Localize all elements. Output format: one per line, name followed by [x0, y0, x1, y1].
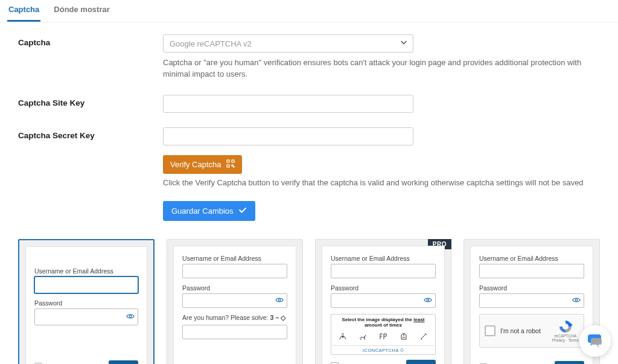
svg-rect-0 — [227, 160, 229, 162]
math-captcha-question: Are you human? Please solve: 3 − ◇ — [182, 314, 287, 321]
icon-captcha-brand: ICONCAPTCHA © — [333, 345, 434, 353]
icon-captcha-title: Select the image displayed the least amo… — [333, 317, 434, 328]
captcha-icon[interactable] — [378, 331, 388, 343]
eye-icon[interactable] — [424, 296, 432, 306]
username-input[interactable] — [331, 264, 436, 278]
verify-help-text: Click the Verify Captcha button to verif… — [163, 177, 591, 189]
recaptcha-text: I'm not a robot — [500, 327, 541, 334]
password-label: Password — [479, 284, 584, 292]
eye-icon[interactable] — [126, 312, 135, 322]
eye-icon[interactable] — [275, 296, 284, 306]
tab-donde-mostrar[interactable]: Dónde mostrar — [53, 0, 110, 22]
captcha-preview-cards: Username or Email Address Password Remem… — [18, 239, 600, 364]
login-button[interactable]: Log In — [555, 361, 584, 364]
tabs: Captcha Dónde mostrar — [0, 0, 618, 22]
verify-captcha-button[interactable]: Verify Captcha — [163, 155, 242, 174]
icon-captcha-choices[interactable] — [333, 330, 434, 345]
svg-point-5 — [129, 315, 132, 318]
login-button[interactable]: Log In — [406, 360, 436, 364]
svg-rect-2 — [227, 165, 229, 167]
eye-icon[interactable] — [572, 296, 581, 306]
settings-form: Captcha Google reCAPTCHA v2 Captcha or "… — [0, 22, 618, 227]
svg-rect-4 — [233, 166, 234, 167]
recaptcha-legal: Privacy · Terms — [552, 338, 579, 342]
password-input[interactable] — [182, 293, 287, 308]
password-input[interactable] — [331, 293, 436, 308]
save-changes-button[interactable]: Guardar Cambios — [163, 201, 255, 221]
password-input[interactable] — [479, 293, 584, 308]
username-input[interactable] — [479, 264, 584, 278]
username-label: Username or Email Address — [479, 255, 584, 262]
captcha-icon[interactable] — [419, 331, 428, 343]
captcha-icon[interactable] — [399, 331, 409, 343]
username-input[interactable] — [182, 264, 287, 278]
username-label: Username or Email Address — [331, 255, 436, 262]
label-site-key: Captcha Site Key — [18, 95, 163, 113]
recaptcha-brand: reCAPTCHA — [552, 334, 579, 338]
preview-card-iconcaptcha[interactable]: PRO Username or Email Address Password S… — [315, 239, 451, 364]
captcha-help-text: Captcha or "are you human" verification … — [163, 57, 591, 80]
recaptcha-widget[interactable]: I'm not a robot reCAPTCHA Privacy · Term… — [479, 314, 584, 348]
svg-point-8 — [575, 299, 578, 301]
math-captcha-input[interactable] — [182, 325, 287, 339]
captcha-icon[interactable] — [358, 331, 368, 343]
svg-point-6 — [278, 299, 281, 301]
preview-card-math[interactable]: Username or Email Address Password Are y… — [167, 239, 303, 364]
icon-captcha-widget[interactable]: Select the image displayed the least amo… — [331, 314, 436, 355]
label-secret-key: Captcha Secret Key — [18, 127, 163, 145]
check-icon — [238, 206, 247, 216]
recaptcha-logo-icon — [558, 319, 573, 334]
username-label: Username or Email Address — [182, 255, 287, 262]
captcha-secret-key-input[interactable] — [163, 127, 413, 145]
tab-captcha[interactable]: Captcha — [7, 0, 40, 22]
password-input[interactable] — [34, 308, 138, 325]
svg-rect-3 — [232, 165, 233, 166]
password-label: Password — [331, 284, 436, 292]
captcha-site-key-input[interactable] — [163, 95, 413, 113]
login-button[interactable]: Log In — [109, 360, 138, 364]
label-captcha: Captcha — [18, 34, 163, 80]
recaptcha-checkbox[interactable] — [485, 325, 495, 336]
chat-bubble-icon — [586, 332, 604, 350]
password-label: Password — [34, 299, 138, 307]
svg-rect-1 — [232, 160, 234, 162]
captcha-type-select[interactable]: Google reCAPTCHA v2 — [163, 34, 413, 53]
svg-marker-9 — [570, 323, 573, 327]
qr-icon — [226, 159, 235, 170]
username-input[interactable] — [34, 276, 138, 293]
username-label: Username or Email Address — [34, 267, 138, 275]
chat-widget-button[interactable] — [579, 325, 611, 357]
captcha-icon[interactable] — [338, 331, 348, 343]
svg-point-7 — [427, 299, 429, 301]
preview-card-none[interactable]: Username or Email Address Password Remem… — [18, 239, 154, 364]
password-label: Password — [182, 284, 287, 292]
